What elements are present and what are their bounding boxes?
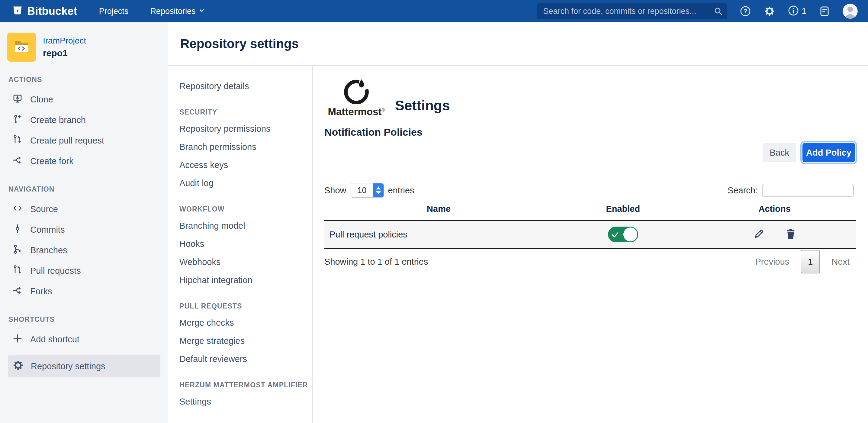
repo-sidebar: IramProject repo1 ACTIONS Clone Create b… [0,22,167,423]
settings-heading: Settings [395,97,450,114]
menu-item-merge-checks[interactable]: Merge checks [179,318,312,328]
global-search [537,3,727,19]
sidebar-item-source[interactable]: Source [0,199,167,219]
mattermost-logo-icon [343,100,370,105]
fork-icon [12,155,23,168]
edit-icon[interactable] [753,228,765,240]
user-avatar[interactable] [843,4,858,19]
sidebar-item-commits[interactable]: Commits [0,219,167,240]
policy-actions: Back Add Policy [763,143,856,162]
sidebar-item-create-pull-request[interactable]: Create pull request [0,130,167,151]
menu-item-branch-permissions[interactable]: Branch permissions [179,142,312,152]
sidebar-item-repository-settings[interactable]: Repository settings [8,355,160,377]
settings-menu: Repository details SECURITY Repository p… [167,66,313,423]
toggle-knob [623,228,637,241]
info-icon [788,5,799,18]
menu-item-merge-strategies[interactable]: Merge strategies [179,336,312,346]
sidebar-item-pull-requests[interactable]: Pull requests [0,261,167,281]
menu-group-pull-requests: PULL REQUESTS [179,302,312,310]
sidebar-item-forks[interactable]: Forks [0,281,167,302]
menu-item-access-keys[interactable]: Access keys [179,160,312,170]
policies-table: Name Enabled Actions Pull request polici… [324,200,856,249]
entries-select-value: 10 [351,183,373,197]
page-number-button[interactable]: 1 [801,250,820,273]
bitbucket-logo-icon [12,5,23,17]
global-search-input[interactable] [537,3,727,19]
table-row: Pull request policies [324,220,856,248]
sidebar-item-create-branch[interactable]: Create branch [0,110,167,130]
notifications[interactable]: 1 [788,5,806,18]
fork-icon [12,285,23,298]
feedback-icon[interactable] [818,5,831,17]
row-actions [753,228,797,240]
menu-item-webhooks[interactable]: Webhooks [179,257,312,267]
previous-page-button[interactable]: Previous [749,257,796,267]
gear-icon[interactable] [764,5,776,17]
svg-text:?: ? [744,8,747,14]
plus-icon [12,333,23,346]
bitbucket-brand[interactable]: Bitbucket [12,5,77,18]
mattermost-brand: Mattermost® [328,78,385,118]
chevron-down-icon [198,7,205,16]
sidebar-section-shortcuts: SHORTCUTS [8,315,167,324]
menu-item-hooks[interactable]: Hooks [179,239,312,249]
project-link[interactable]: IramProject [43,36,86,46]
folder-code-icon [13,39,31,55]
column-header-name: Name [324,200,553,220]
add-policy-button[interactable]: Add Policy [803,143,855,162]
page-title: Repository settings [180,36,299,51]
sidebar-item-create-fork[interactable]: Create fork [0,151,167,171]
sidebar-item-clone[interactable]: Clone [0,89,167,110]
menu-group-herzum-mattermost-amplifier: HERZUM MATTERMOST AMPLIFIER [179,381,312,389]
brand-name: Bitbucket [27,5,77,18]
menu-item-default-reviewers[interactable]: Default reviewers [179,354,312,364]
clone-icon [12,93,23,106]
menu-group-workflow: WORKFLOW [179,205,312,213]
branch-icon [12,114,23,127]
policy-name: Pull request policies [324,220,553,248]
menu-item-settings[interactable]: Settings [179,396,312,407]
commit-icon [12,223,23,236]
nav-item-projects[interactable]: Projects [99,7,129,16]
notification-policies-title: Notification Policies [324,126,423,138]
table-footer: Showing 1 to 1 of 1 entries Previous 1 N… [324,249,856,274]
nav-right: ? 1 [537,3,858,19]
code-icon [12,203,23,216]
nav-item-repositories[interactable]: Repositories [150,7,205,16]
branches-icon [12,244,23,257]
next-page-button[interactable]: Next [825,257,856,267]
top-nav: Bitbucket Projects Repositories ? [0,0,868,22]
registered-mark: ® [381,107,385,112]
notification-count: 1 [802,6,806,16]
sidebar-section-navigation: NAVIGATION [8,185,167,193]
table-search-label: Search: [727,185,758,195]
select-spinner-icon [373,183,383,197]
sidebar-item-branches[interactable]: Branches [0,240,167,261]
sidebar-section-actions: ACTIONS [8,75,167,84]
pull-request-icon [12,264,23,277]
repo-names: IramProject repo1 [43,36,86,58]
help-icon[interactable]: ? [739,5,751,17]
menu-item-audit-log[interactable]: Audit log [179,178,312,188]
gear-icon [13,360,24,373]
enabled-toggle[interactable] [608,226,638,242]
nav-links: Projects Repositories [99,7,205,16]
repo-avatar[interactable] [7,33,36,62]
menu-item-hipchat-integration[interactable]: Hipchat integration [179,275,312,285]
sidebar-item-add-shortcut[interactable]: Add shortcut [0,329,167,350]
delete-icon[interactable] [785,228,797,240]
menu-item-repository-permissions[interactable]: Repository permissions [179,124,312,134]
entries-select[interactable]: 10 [351,183,384,198]
page-header: Repository settings [167,22,868,66]
menu-item-branching-model[interactable]: Branching model [179,220,312,231]
back-button[interactable]: Back [763,143,797,162]
main-panel: Mattermost® Settings Notification Polici… [313,66,868,423]
column-header-enabled: Enabled [553,200,693,220]
repo-header: IramProject repo1 [0,33,167,62]
menu-group-security: SECURITY [179,108,312,116]
table-search-input[interactable] [762,184,854,197]
mattermost-wordmark: Mattermost® [328,106,385,118]
entries-label: entries [388,185,414,195]
search-icon [713,6,723,17]
menu-item-repository-details[interactable]: Repository details [179,81,312,91]
